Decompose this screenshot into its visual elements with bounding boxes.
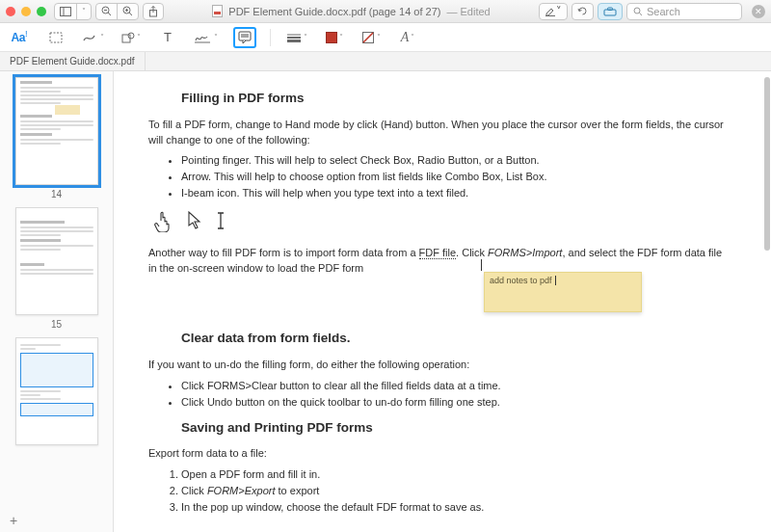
fill-color-tool[interactable]: ˅ — [323, 27, 346, 48]
markup-toolbar-button[interactable] — [598, 3, 623, 20]
arrow-cursor-icon — [187, 211, 202, 230]
zoom-segmented[interactable] — [95, 3, 139, 20]
search-field[interactable]: Search — [626, 3, 742, 20]
line-style-icon — [286, 33, 302, 42]
svg-line-6 — [129, 13, 132, 15]
page-number-label: 15 — [51, 319, 62, 330]
list-item: Click FORM>Export to export — [181, 484, 732, 499]
sticky-note[interactable]: add notes to pdf — [484, 272, 642, 312]
clear-search-button[interactable]: ✕ — [752, 5, 765, 18]
search-placeholder: Search — [647, 6, 680, 17]
sketch-icon — [83, 32, 98, 43]
rotate-button[interactable] — [572, 3, 594, 20]
thumbnail-16-wrap[interactable] — [0, 337, 113, 445]
add-page-button[interactable]: + — [6, 513, 21, 528]
toolbox-icon — [603, 7, 617, 16]
svg-point-17 — [634, 8, 640, 13]
window-controls — [6, 7, 46, 16]
sticky-note-text: add notes to pdf — [490, 276, 552, 285]
note-tool[interactable] — [233, 27, 256, 48]
view-mode-segmented[interactable]: ˅ — [54, 3, 92, 20]
title-text: PDF Element Guide.docx.pdf (page 14 of 2… — [228, 6, 440, 17]
ibeam-cursor-icon — [216, 211, 226, 230]
svg-line-18 — [639, 13, 642, 15]
heading-save: Saving and Printing PDF forms — [181, 418, 732, 438]
line-style-tool[interactable]: ˅ — [284, 27, 309, 48]
page-thumbnail[interactable] — [15, 337, 98, 445]
fill-color-swatch — [326, 32, 337, 43]
svg-marker-31 — [189, 212, 199, 228]
list-item: Click FORMS>Clear button to clear all th… — [181, 379, 732, 394]
paragraph: Another way to fill PDF form is to impor… — [148, 246, 732, 277]
cursor-list: Pointing finger. This will help to selec… — [148, 153, 732, 201]
paragraph: Export form data to a file: — [148, 446, 732, 462]
sign-icon — [195, 32, 212, 43]
scrollbar-thumb[interactable] — [764, 77, 770, 251]
list-item: Open a PDF form and fill it in. — [181, 467, 732, 483]
edited-indicator: — Edited — [446, 6, 490, 17]
shapes-icon — [121, 32, 135, 43]
svg-rect-19 — [50, 33, 62, 42]
text-caret — [553, 276, 557, 285]
zoom-in-icon[interactable] — [118, 4, 138, 19]
thumbnails-sidebar: 14 15 + — [0, 71, 114, 532]
list-item: In the pop up window, choose the default… — [181, 500, 732, 516]
sidebar-toggle-icon[interactable] — [55, 4, 77, 19]
list-item: Arrow. This will help to choose option f… — [181, 170, 732, 185]
thumbnail-15-wrap[interactable]: 15 — [0, 207, 113, 330]
vertical-scrollbar[interactable] — [762, 71, 770, 532]
document-tab[interactable]: PDF Element Guide.docx.pdf — [0, 52, 146, 70]
shapes-tool[interactable]: ˅ — [120, 27, 143, 48]
svg-rect-11 — [213, 6, 223, 17]
titlebar-left-tools: ˅ — [54, 3, 164, 20]
list-item: Click Undo button on the quick toolbar t… — [181, 395, 732, 411]
heading-filling: Filling in PDF forms — [181, 89, 732, 108]
list-item: Pointing finger. This will help to selec… — [181, 153, 732, 169]
document-tabstrip: PDF Element Guide.docx.pdf — [0, 52, 771, 71]
border-color-tool[interactable]: ˅ — [359, 27, 383, 48]
list-item: I-beam icon. This will help when you typ… — [181, 186, 732, 201]
svg-rect-0 — [61, 7, 71, 15]
pointing-hand-icon — [154, 211, 173, 232]
page-thumbnail[interactable] — [15, 207, 98, 315]
toolbar-divider — [270, 29, 271, 46]
export-steps: Open a PDF form and fill it in. Click FO… — [148, 467, 732, 516]
share-icon — [148, 6, 158, 17]
highlighter-icon — [545, 6, 556, 16]
zoom-window-button[interactable] — [37, 7, 46, 16]
document-content[interactable]: Filling in PDF forms To fill a PDF form,… — [114, 71, 771, 532]
sketch-tool[interactable]: ˅ — [81, 27, 106, 48]
close-window-button[interactable] — [6, 7, 15, 16]
share-button[interactable] — [143, 3, 164, 20]
selection-rect-tool[interactable] — [44, 27, 67, 48]
minimize-window-button[interactable] — [21, 7, 31, 16]
svg-line-3 — [108, 13, 111, 15]
cursor-illustration — [154, 211, 732, 232]
sign-tool[interactable]: ˅ — [193, 27, 220, 48]
window-titlebar: ˅ PDF Element Guide.docx.pdf (page 14 of… — [0, 0, 771, 23]
page-number-label: 14 — [51, 189, 62, 200]
window-title: PDF Element Guide.docx.pdf (page 14 of 2… — [164, 5, 539, 17]
view-menu-chevron-icon[interactable]: ˅ — [77, 4, 91, 19]
clear-list: Click FORMS>Clear button to clear all th… — [148, 379, 732, 411]
svg-rect-20 — [122, 35, 130, 42]
rotate-icon — [577, 6, 588, 16]
page-thumbnail[interactable] — [15, 77, 98, 185]
svg-point-21 — [128, 33, 134, 39]
text-format-tool[interactable]: A˅ — [396, 27, 419, 48]
heading-clear: Clear data from form fields. — [181, 329, 732, 348]
selection-rect-icon — [49, 32, 63, 43]
text-style-tool[interactable]: Aa! — [8, 27, 31, 48]
highlight-button[interactable]: ˅ — [539, 3, 568, 20]
note-icon — [238, 31, 252, 43]
svg-rect-12 — [214, 12, 221, 14]
search-icon — [633, 7, 643, 16]
thumbnail-14-wrap[interactable]: 14 — [0, 77, 113, 200]
text-box-tool[interactable]: T — [156, 27, 179, 48]
svg-marker-13 — [546, 9, 553, 15]
page-view: Filling in PDF forms To fill a PDF form,… — [114, 71, 771, 526]
svg-rect-16 — [608, 8, 613, 11]
border-color-icon — [361, 31, 375, 44]
zoom-out-icon[interactable] — [96, 4, 118, 19]
paragraph: If you want to un-do the filling form, d… — [148, 358, 732, 373]
